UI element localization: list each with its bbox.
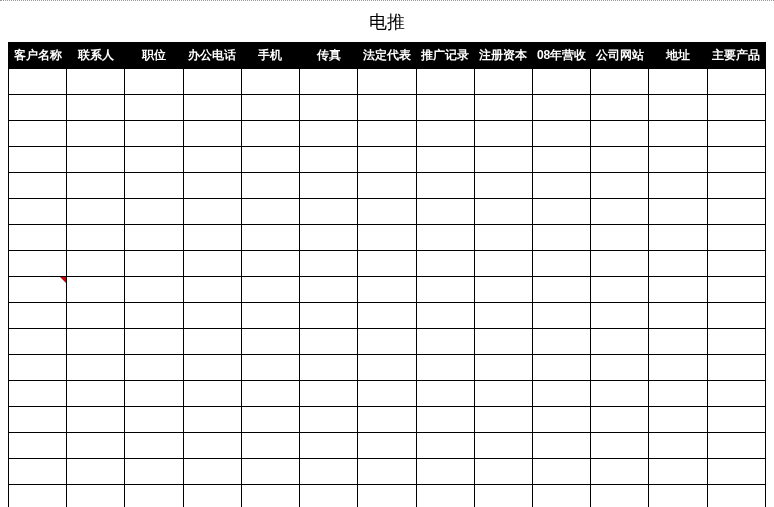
table-cell[interactable] <box>183 95 241 121</box>
table-cell[interactable] <box>532 199 590 225</box>
table-cell[interactable] <box>474 95 532 121</box>
table-cell[interactable] <box>125 95 183 121</box>
table-cell[interactable] <box>67 69 125 95</box>
table-cell[interactable] <box>591 147 649 173</box>
table-cell[interactable] <box>67 355 125 381</box>
table-cell[interactable] <box>707 459 765 485</box>
table-cell[interactable] <box>707 147 765 173</box>
table-cell[interactable] <box>67 433 125 459</box>
table-cell[interactable] <box>649 147 707 173</box>
table-cell[interactable] <box>300 407 358 433</box>
table-cell[interactable] <box>591 251 649 277</box>
table-cell[interactable] <box>241 459 299 485</box>
table-cell[interactable] <box>416 329 474 355</box>
table-cell[interactable] <box>591 69 649 95</box>
table-cell[interactable] <box>183 225 241 251</box>
table-cell[interactable] <box>707 199 765 225</box>
table-cell[interactable] <box>183 173 241 199</box>
table-cell[interactable] <box>532 225 590 251</box>
table-cell[interactable] <box>300 251 358 277</box>
table-cell[interactable] <box>416 485 474 508</box>
table-cell[interactable] <box>649 433 707 459</box>
table-cell[interactable] <box>241 147 299 173</box>
table-cell[interactable] <box>707 95 765 121</box>
table-cell[interactable] <box>300 173 358 199</box>
table-cell[interactable] <box>707 485 765 508</box>
table-cell[interactable] <box>416 95 474 121</box>
table-cell[interactable] <box>183 329 241 355</box>
table-cell[interactable] <box>300 381 358 407</box>
table-cell[interactable] <box>474 199 532 225</box>
table-cell[interactable] <box>358 329 416 355</box>
table-cell[interactable] <box>241 485 299 508</box>
table-cell[interactable] <box>9 459 67 485</box>
table-cell[interactable] <box>474 173 532 199</box>
table-cell[interactable] <box>416 433 474 459</box>
table-cell[interactable] <box>67 225 125 251</box>
table-cell[interactable] <box>300 147 358 173</box>
table-cell[interactable] <box>358 459 416 485</box>
table-cell[interactable] <box>591 355 649 381</box>
table-cell[interactable] <box>358 277 416 303</box>
table-cell[interactable] <box>300 433 358 459</box>
table-cell[interactable] <box>183 277 241 303</box>
table-cell[interactable] <box>474 251 532 277</box>
table-cell[interactable] <box>67 459 125 485</box>
table-cell[interactable] <box>707 303 765 329</box>
table-cell[interactable] <box>532 433 590 459</box>
table-cell[interactable] <box>183 355 241 381</box>
table-cell[interactable] <box>474 407 532 433</box>
table-cell[interactable] <box>67 121 125 147</box>
table-cell[interactable] <box>183 251 241 277</box>
table-cell[interactable] <box>125 147 183 173</box>
table-cell[interactable] <box>9 69 67 95</box>
table-cell[interactable] <box>416 277 474 303</box>
table-cell[interactable] <box>416 407 474 433</box>
table-cell[interactable] <box>416 355 474 381</box>
table-cell[interactable] <box>125 199 183 225</box>
table-cell[interactable] <box>300 329 358 355</box>
table-cell[interactable] <box>707 329 765 355</box>
table-cell[interactable] <box>649 303 707 329</box>
table-cell[interactable] <box>591 459 649 485</box>
table-cell[interactable] <box>707 251 765 277</box>
table-cell[interactable] <box>649 251 707 277</box>
table-cell[interactable] <box>649 329 707 355</box>
table-cell[interactable] <box>707 121 765 147</box>
table-cell[interactable] <box>474 459 532 485</box>
table-cell[interactable] <box>474 303 532 329</box>
table-cell[interactable] <box>9 381 67 407</box>
table-cell[interactable] <box>591 199 649 225</box>
table-cell[interactable] <box>707 69 765 95</box>
table-cell[interactable] <box>416 69 474 95</box>
table-cell[interactable] <box>9 251 67 277</box>
table-cell[interactable] <box>358 199 416 225</box>
table-cell[interactable] <box>707 407 765 433</box>
table-cell[interactable] <box>707 173 765 199</box>
table-cell[interactable] <box>358 381 416 407</box>
table-cell[interactable] <box>125 173 183 199</box>
table-cell[interactable] <box>474 329 532 355</box>
table-cell[interactable] <box>649 121 707 147</box>
table-cell[interactable] <box>532 69 590 95</box>
table-cell[interactable] <box>591 121 649 147</box>
table-cell[interactable] <box>532 407 590 433</box>
table-cell[interactable] <box>300 303 358 329</box>
table-cell[interactable] <box>416 121 474 147</box>
table-cell[interactable] <box>532 173 590 199</box>
table-cell[interactable] <box>591 407 649 433</box>
table-cell[interactable] <box>532 381 590 407</box>
table-cell[interactable] <box>241 95 299 121</box>
table-cell[interactable] <box>67 147 125 173</box>
table-cell[interactable] <box>241 225 299 251</box>
table-cell[interactable] <box>300 459 358 485</box>
table-cell[interactable] <box>125 407 183 433</box>
table-cell[interactable] <box>532 277 590 303</box>
table-cell[interactable] <box>125 485 183 508</box>
table-cell[interactable] <box>9 355 67 381</box>
table-cell[interactable] <box>474 381 532 407</box>
table-cell[interactable] <box>416 459 474 485</box>
table-cell[interactable] <box>125 251 183 277</box>
table-cell[interactable] <box>183 69 241 95</box>
table-cell[interactable] <box>300 199 358 225</box>
